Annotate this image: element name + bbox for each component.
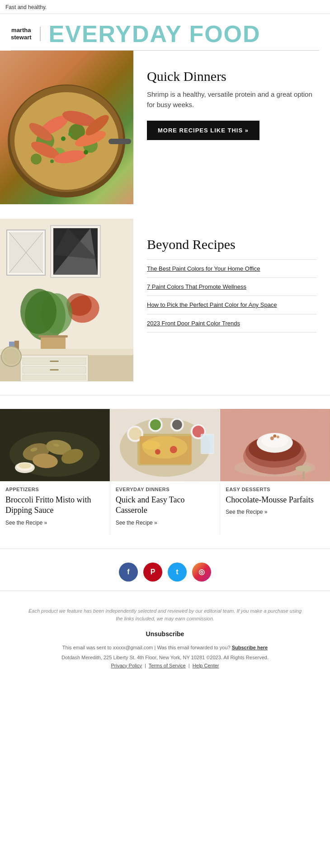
svg-point-56 bbox=[19, 463, 31, 469]
card-image-appetizers bbox=[0, 409, 110, 481]
svg-point-86 bbox=[273, 435, 277, 438]
beyond-section: Beyond Recipes The Best Paint Colors for… bbox=[0, 219, 330, 381]
home-office-svg bbox=[0, 219, 133, 381]
twitter-icon[interactable]: t bbox=[168, 563, 187, 582]
recipe-card-2: EVERYDAY DINNERS Quick and Easy Taco Cas… bbox=[110, 409, 221, 535]
hero-image-wrap bbox=[0, 51, 133, 204]
footer-disclaimer: Each product we feature has been indepen… bbox=[27, 607, 303, 623]
card-title-1: Broccoli Fritto Misto with Dipping Sauce bbox=[5, 495, 104, 516]
beyond-link-1[interactable]: The Best Paint Colors for Your Home Offi… bbox=[147, 265, 260, 272]
card-image-dessert bbox=[220, 409, 330, 481]
card-body-2: EVERYDAY DINNERS Quick and Easy Taco Cas… bbox=[110, 481, 220, 526]
card-body-1: APPETIZERS Broccoli Fritto Misto with Di… bbox=[0, 481, 110, 526]
svg-point-63 bbox=[129, 427, 141, 440]
svg-point-17 bbox=[84, 150, 88, 155]
svg-rect-35 bbox=[41, 336, 66, 351]
card-title-2: Quick and Easy Taco Casserole bbox=[116, 495, 215, 516]
shrimp-dish-svg bbox=[0, 51, 133, 204]
pinterest-icon[interactable]: P bbox=[143, 563, 162, 582]
svg-point-85 bbox=[277, 436, 279, 438]
header: martha stewart EVERYDAY FOOD bbox=[0, 14, 330, 50]
svg-point-2 bbox=[14, 92, 118, 190]
beyond-heading: Beyond Recipes bbox=[147, 237, 316, 252]
svg-point-74 bbox=[155, 449, 160, 455]
logo: martha stewart bbox=[11, 27, 41, 41]
help-center-link[interactable]: Help Center bbox=[193, 663, 219, 668]
svg-rect-19 bbox=[108, 139, 131, 144]
social-icons: f P t ◎ bbox=[0, 563, 330, 582]
footer: Each product we feature has been indepen… bbox=[0, 598, 330, 679]
card-link-2[interactable]: See the Recipe » bbox=[116, 520, 215, 526]
section-divider bbox=[0, 395, 330, 395]
beyond-link-item-3: How to Pick the Perfect Paint Color for … bbox=[147, 296, 316, 314]
svg-point-34 bbox=[20, 289, 57, 334]
card-category-2: EVERYDAY DINNERS bbox=[116, 487, 215, 492]
footer-email-line: This email was sent to xxxxx@gmail.com |… bbox=[27, 645, 303, 650]
beyond-link-2[interactable]: 7 Paint Colors That Promote Wellness bbox=[147, 283, 246, 290]
beyond-link-3[interactable]: How to Pick the Perfect Paint Color for … bbox=[147, 301, 277, 308]
hero-cta-button[interactable]: MORE RECIPES LIKE THIS » bbox=[147, 121, 259, 140]
footer-address: Dotdash Meredith, 225 Liberty St. 4th Fl… bbox=[27, 654, 303, 670]
unsubscribe-link[interactable]: Unsubscribe bbox=[146, 630, 184, 638]
svg-point-47 bbox=[3, 348, 19, 365]
privacy-policy-link[interactable]: Privacy Policy bbox=[111, 663, 141, 668]
beyond-image bbox=[0, 219, 133, 381]
taco-image-svg bbox=[110, 409, 220, 481]
svg-rect-36 bbox=[38, 335, 68, 338]
svg-rect-41 bbox=[23, 375, 86, 380]
svg-point-7 bbox=[31, 154, 42, 164]
hero-heading: Quick Dinners bbox=[147, 69, 316, 84]
card-body-3: EASY DESSERTS Chocolate-Mousse Parfaits … bbox=[220, 481, 330, 515]
card-image-tacos bbox=[110, 409, 220, 481]
card-category-3: EASY DESSERTS bbox=[226, 487, 325, 492]
svg-point-65 bbox=[150, 419, 161, 430]
dessert-image-svg bbox=[220, 409, 330, 481]
site-title: EVERYDAY FOOD bbox=[49, 22, 261, 46]
hero-description: Shrimp is a healthy, versatile protein a… bbox=[147, 89, 316, 110]
beyond-link-item-2: 7 Paint Colors That Promote Wellness bbox=[147, 278, 316, 296]
recipe-card-3: EASY DESSERTS Chocolate-Mousse Parfaits … bbox=[220, 409, 330, 535]
beyond-links: The Best Paint Colors for Your Home Offi… bbox=[147, 259, 316, 333]
beyond-link-4[interactable]: 2023 Front Door Paint Color Trends bbox=[147, 320, 240, 327]
svg-rect-42 bbox=[50, 361, 59, 362]
subscribe-here-link[interactable]: Subscribe here bbox=[232, 645, 268, 650]
card-link-3[interactable]: See the Recipe » bbox=[226, 509, 325, 515]
card-category-1: APPETIZERS bbox=[5, 487, 104, 492]
instagram-icon[interactable]: ◎ bbox=[192, 563, 211, 582]
svg-point-73 bbox=[170, 446, 177, 453]
recipe-card-1: APPETIZERS Broccoli Fritto Misto with Di… bbox=[0, 409, 110, 535]
hero-section: Quick Dinners Shrimp is a healthy, versa… bbox=[0, 51, 330, 204]
hero-content: Quick Dinners Shrimp is a healthy, versa… bbox=[133, 51, 330, 154]
appetizer-image-svg bbox=[0, 409, 110, 481]
beyond-image-wrap bbox=[0, 219, 133, 381]
footer-unsubscribe: Unsubscribe bbox=[27, 630, 303, 638]
hero-image bbox=[0, 51, 133, 204]
svg-point-67 bbox=[172, 420, 182, 430]
svg-rect-76 bbox=[201, 435, 213, 453]
svg-point-15 bbox=[61, 136, 66, 141]
svg-point-72 bbox=[142, 441, 160, 450]
beyond-content: Beyond Recipes The Best Paint Colors for… bbox=[133, 219, 330, 346]
svg-point-16 bbox=[68, 132, 72, 136]
svg-point-87 bbox=[296, 465, 312, 472]
svg-point-84 bbox=[270, 436, 274, 440]
card-title-3: Chocolate-Mousse Parfaits bbox=[226, 495, 325, 505]
social-section: f P t ◎ bbox=[0, 549, 330, 591]
top-banner-link[interactable]: Fast and healthy. bbox=[5, 4, 47, 10]
terms-of-service-link[interactable]: Terms of Service bbox=[149, 663, 186, 668]
footer-top-divider bbox=[0, 591, 330, 591]
facebook-icon[interactable]: f bbox=[119, 563, 138, 582]
svg-point-18 bbox=[50, 160, 54, 163]
card-link-1[interactable]: See the Recipe » bbox=[5, 520, 104, 526]
recipe-cards: APPETIZERS Broccoli Fritto Misto with Di… bbox=[0, 409, 330, 549]
top-banner: Fast and healthy. bbox=[0, 0, 330, 14]
beyond-link-item-4: 2023 Front Door Paint Color Trends bbox=[147, 314, 316, 333]
beyond-link-item-1: The Best Paint Colors for Your Home Offi… bbox=[147, 259, 316, 278]
svg-rect-43 bbox=[50, 369, 59, 371]
